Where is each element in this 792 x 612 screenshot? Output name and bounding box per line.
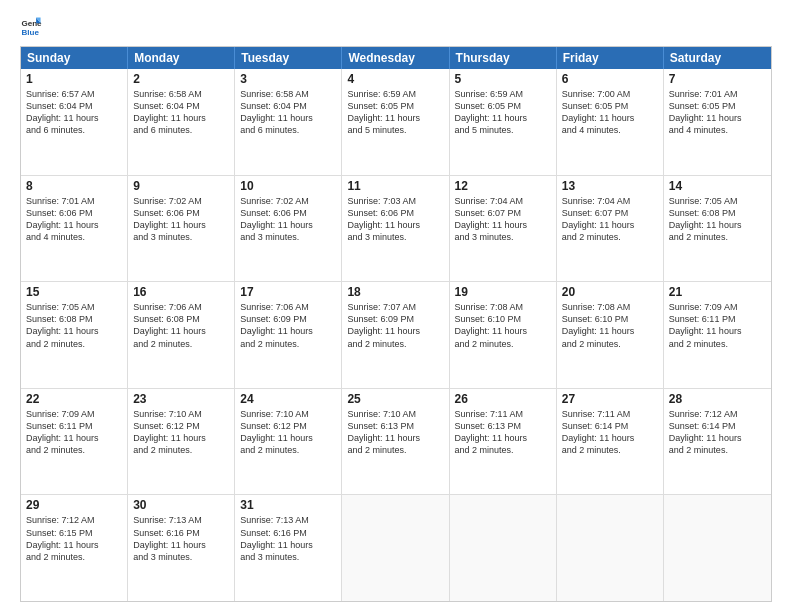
day-number: 9	[133, 179, 229, 193]
cal-cell: 27Sunrise: 7:11 AM Sunset: 6:14 PM Dayli…	[557, 389, 664, 495]
cal-cell: 10Sunrise: 7:02 AM Sunset: 6:06 PM Dayli…	[235, 176, 342, 282]
cal-cell: 20Sunrise: 7:08 AM Sunset: 6:10 PM Dayli…	[557, 282, 664, 388]
day-info: Sunrise: 7:08 AM Sunset: 6:10 PM Dayligh…	[455, 301, 551, 350]
calendar-body: 1Sunrise: 6:57 AM Sunset: 6:04 PM Daylig…	[21, 69, 771, 601]
day-info: Sunrise: 6:59 AM Sunset: 6:05 PM Dayligh…	[347, 88, 443, 137]
day-number: 3	[240, 72, 336, 86]
cal-week-3: 15Sunrise: 7:05 AM Sunset: 6:08 PM Dayli…	[21, 282, 771, 389]
cal-cell: 30Sunrise: 7:13 AM Sunset: 6:16 PM Dayli…	[128, 495, 235, 601]
cal-cell: 6Sunrise: 7:00 AM Sunset: 6:05 PM Daylig…	[557, 69, 664, 175]
day-number: 10	[240, 179, 336, 193]
cal-cell: 14Sunrise: 7:05 AM Sunset: 6:08 PM Dayli…	[664, 176, 771, 282]
day-info: Sunrise: 7:03 AM Sunset: 6:06 PM Dayligh…	[347, 195, 443, 244]
cal-cell: 4Sunrise: 6:59 AM Sunset: 6:05 PM Daylig…	[342, 69, 449, 175]
cal-cell: 24Sunrise: 7:10 AM Sunset: 6:12 PM Dayli…	[235, 389, 342, 495]
cal-cell: 26Sunrise: 7:11 AM Sunset: 6:13 PM Dayli…	[450, 389, 557, 495]
day-info: Sunrise: 7:07 AM Sunset: 6:09 PM Dayligh…	[347, 301, 443, 350]
cal-cell	[664, 495, 771, 601]
day-info: Sunrise: 7:02 AM Sunset: 6:06 PM Dayligh…	[133, 195, 229, 244]
day-number: 11	[347, 179, 443, 193]
day-number: 31	[240, 498, 336, 512]
cal-cell: 19Sunrise: 7:08 AM Sunset: 6:10 PM Dayli…	[450, 282, 557, 388]
cal-cell: 3Sunrise: 6:58 AM Sunset: 6:04 PM Daylig…	[235, 69, 342, 175]
day-number: 30	[133, 498, 229, 512]
day-info: Sunrise: 7:02 AM Sunset: 6:06 PM Dayligh…	[240, 195, 336, 244]
day-info: Sunrise: 7:10 AM Sunset: 6:13 PM Dayligh…	[347, 408, 443, 457]
day-number: 21	[669, 285, 766, 299]
day-number: 8	[26, 179, 122, 193]
cal-cell	[342, 495, 449, 601]
day-info: Sunrise: 7:01 AM Sunset: 6:06 PM Dayligh…	[26, 195, 122, 244]
cal-header-sunday: Sunday	[21, 47, 128, 69]
logo-icon: General Blue	[20, 16, 42, 38]
cal-cell	[450, 495, 557, 601]
day-number: 1	[26, 72, 122, 86]
day-info: Sunrise: 7:10 AM Sunset: 6:12 PM Dayligh…	[133, 408, 229, 457]
day-number: 25	[347, 392, 443, 406]
day-number: 19	[455, 285, 551, 299]
day-info: Sunrise: 6:58 AM Sunset: 6:04 PM Dayligh…	[133, 88, 229, 137]
day-number: 18	[347, 285, 443, 299]
cal-cell: 13Sunrise: 7:04 AM Sunset: 6:07 PM Dayli…	[557, 176, 664, 282]
day-number: 22	[26, 392, 122, 406]
day-number: 5	[455, 72, 551, 86]
calendar-header-row: SundayMondayTuesdayWednesdayThursdayFrid…	[21, 47, 771, 69]
cal-cell: 29Sunrise: 7:12 AM Sunset: 6:15 PM Dayli…	[21, 495, 128, 601]
cal-cell	[557, 495, 664, 601]
day-info: Sunrise: 7:13 AM Sunset: 6:16 PM Dayligh…	[133, 514, 229, 563]
day-info: Sunrise: 7:09 AM Sunset: 6:11 PM Dayligh…	[669, 301, 766, 350]
day-number: 12	[455, 179, 551, 193]
cal-cell: 16Sunrise: 7:06 AM Sunset: 6:08 PM Dayli…	[128, 282, 235, 388]
day-number: 7	[669, 72, 766, 86]
day-number: 29	[26, 498, 122, 512]
day-number: 23	[133, 392, 229, 406]
day-info: Sunrise: 7:05 AM Sunset: 6:08 PM Dayligh…	[669, 195, 766, 244]
cal-cell: 15Sunrise: 7:05 AM Sunset: 6:08 PM Dayli…	[21, 282, 128, 388]
day-info: Sunrise: 7:04 AM Sunset: 6:07 PM Dayligh…	[562, 195, 658, 244]
day-info: Sunrise: 7:12 AM Sunset: 6:14 PM Dayligh…	[669, 408, 766, 457]
svg-text:Blue: Blue	[21, 28, 39, 37]
cal-cell: 21Sunrise: 7:09 AM Sunset: 6:11 PM Dayli…	[664, 282, 771, 388]
day-info: Sunrise: 7:00 AM Sunset: 6:05 PM Dayligh…	[562, 88, 658, 137]
cal-week-5: 29Sunrise: 7:12 AM Sunset: 6:15 PM Dayli…	[21, 495, 771, 601]
cal-cell: 28Sunrise: 7:12 AM Sunset: 6:14 PM Dayli…	[664, 389, 771, 495]
day-info: Sunrise: 7:11 AM Sunset: 6:13 PM Dayligh…	[455, 408, 551, 457]
day-info: Sunrise: 6:58 AM Sunset: 6:04 PM Dayligh…	[240, 88, 336, 137]
day-info: Sunrise: 7:11 AM Sunset: 6:14 PM Dayligh…	[562, 408, 658, 457]
day-info: Sunrise: 7:09 AM Sunset: 6:11 PM Dayligh…	[26, 408, 122, 457]
day-info: Sunrise: 7:10 AM Sunset: 6:12 PM Dayligh…	[240, 408, 336, 457]
day-info: Sunrise: 7:13 AM Sunset: 6:16 PM Dayligh…	[240, 514, 336, 563]
calendar: SundayMondayTuesdayWednesdayThursdayFrid…	[20, 46, 772, 602]
day-info: Sunrise: 7:01 AM Sunset: 6:05 PM Dayligh…	[669, 88, 766, 137]
cal-cell: 2Sunrise: 6:58 AM Sunset: 6:04 PM Daylig…	[128, 69, 235, 175]
day-info: Sunrise: 6:57 AM Sunset: 6:04 PM Dayligh…	[26, 88, 122, 137]
cal-week-1: 1Sunrise: 6:57 AM Sunset: 6:04 PM Daylig…	[21, 69, 771, 176]
day-number: 2	[133, 72, 229, 86]
cal-cell: 11Sunrise: 7:03 AM Sunset: 6:06 PM Dayli…	[342, 176, 449, 282]
logo: General Blue	[20, 16, 46, 38]
cal-week-4: 22Sunrise: 7:09 AM Sunset: 6:11 PM Dayli…	[21, 389, 771, 496]
cal-header-wednesday: Wednesday	[342, 47, 449, 69]
cal-header-friday: Friday	[557, 47, 664, 69]
day-number: 24	[240, 392, 336, 406]
page: General Blue SundayMondayTuesdayWednesda…	[0, 0, 792, 612]
day-number: 16	[133, 285, 229, 299]
day-info: Sunrise: 7:12 AM Sunset: 6:15 PM Dayligh…	[26, 514, 122, 563]
cal-header-thursday: Thursday	[450, 47, 557, 69]
day-info: Sunrise: 7:06 AM Sunset: 6:08 PM Dayligh…	[133, 301, 229, 350]
day-number: 14	[669, 179, 766, 193]
cal-cell: 8Sunrise: 7:01 AM Sunset: 6:06 PM Daylig…	[21, 176, 128, 282]
cal-cell: 7Sunrise: 7:01 AM Sunset: 6:05 PM Daylig…	[664, 69, 771, 175]
cal-cell: 9Sunrise: 7:02 AM Sunset: 6:06 PM Daylig…	[128, 176, 235, 282]
cal-cell: 17Sunrise: 7:06 AM Sunset: 6:09 PM Dayli…	[235, 282, 342, 388]
day-number: 20	[562, 285, 658, 299]
cal-cell: 25Sunrise: 7:10 AM Sunset: 6:13 PM Dayli…	[342, 389, 449, 495]
cal-header-monday: Monday	[128, 47, 235, 69]
day-number: 15	[26, 285, 122, 299]
cal-cell: 31Sunrise: 7:13 AM Sunset: 6:16 PM Dayli…	[235, 495, 342, 601]
header: General Blue	[20, 16, 772, 38]
day-number: 17	[240, 285, 336, 299]
cal-cell: 5Sunrise: 6:59 AM Sunset: 6:05 PM Daylig…	[450, 69, 557, 175]
day-info: Sunrise: 7:08 AM Sunset: 6:10 PM Dayligh…	[562, 301, 658, 350]
day-number: 26	[455, 392, 551, 406]
